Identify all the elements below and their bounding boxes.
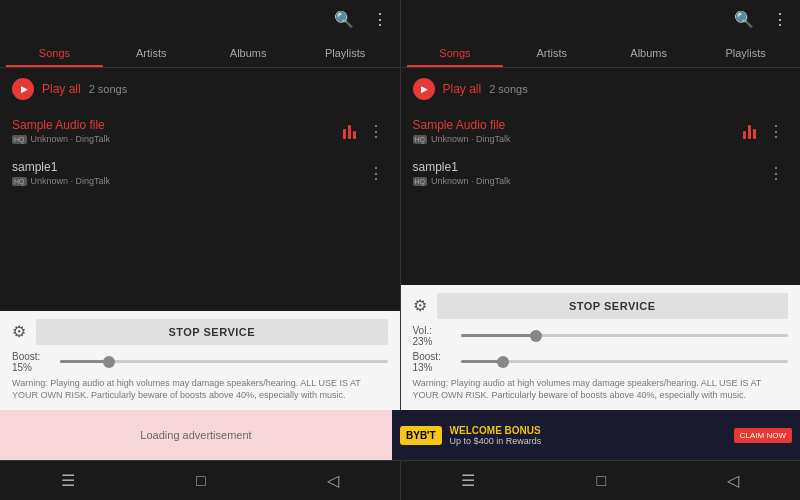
tab-artists-right[interactable]: Artists <box>503 39 600 67</box>
play-all-count-right: 2 songs <box>489 83 528 95</box>
song-info-2-right: sample1 HQ Unknown · DingTalk <box>413 160 765 186</box>
play-all-row-right: Play all 2 songs <box>401 68 801 110</box>
song-item-2-left[interactable]: sample1 HQ Unknown · DingTalk ⋮ <box>0 152 400 194</box>
tab-songs-left[interactable]: Songs <box>6 39 103 67</box>
boost-track-left[interactable] <box>60 360 388 363</box>
song-source-2-right: Unknown · DingTalk <box>431 176 511 186</box>
tab-artists-left[interactable]: Artists <box>103 39 200 67</box>
song-name-1-left: Sample Audio file <box>12 118 343 132</box>
stop-service-row-right: ⚙ STOP SERVICE <box>413 293 789 319</box>
song-list-right: Sample Audio file HQ Unknown · DingTalk … <box>401 110 801 197</box>
back-icon-right[interactable]: ◁ <box>727 471 739 490</box>
nav-bar: ☰ □ ◁ ☰ □ ◁ <box>0 460 800 500</box>
right-panel: 🔍 ⋮ Songs Artists Albums Playlists Play … <box>401 0 801 410</box>
gear-icon-left[interactable]: ⚙ <box>12 322 26 341</box>
gear-icon-right[interactable]: ⚙ <box>413 296 427 315</box>
nav-section-right: ☰ □ ◁ <box>401 460 801 500</box>
song-name-2-left: sample1 <box>12 160 364 174</box>
home-icon-left[interactable]: □ <box>196 472 206 490</box>
back-icon-left[interactable]: ◁ <box>327 471 339 490</box>
right-tab-bar: Songs Artists Albums Playlists <box>401 39 801 68</box>
hamburger-icon-left[interactable]: ☰ <box>61 471 75 490</box>
ad-bar: Loading advertisement BYB'T WELCOME BONU… <box>0 410 800 460</box>
boost-track-right[interactable] <box>461 360 789 363</box>
playing-bars-1-right <box>743 123 756 139</box>
song-list-left: Sample Audio file HQ Unknown · DingTalk … <box>0 110 400 210</box>
left-header: 🔍 ⋮ <box>0 0 400 39</box>
song-info-2-left: sample1 HQ Unknown · DingTalk <box>12 160 364 186</box>
home-icon-right[interactable]: □ <box>596 472 606 490</box>
song-meta-1-left: HQ Unknown · DingTalk <box>12 134 343 144</box>
song-info-1-right: Sample Audio file HQ Unknown · DingTalk <box>413 118 744 144</box>
ad-subtitle: Up to $400 in Rewards <box>450 436 726 446</box>
playing-bars-1-left <box>343 123 356 139</box>
ad-text: WELCOME BONUS Up to $400 in Rewards <box>450 425 726 446</box>
play-all-row-left: Play all 2 songs <box>0 68 400 110</box>
song-source-1-right: Unknown · DingTalk <box>431 134 511 144</box>
song-meta-1-right: HQ Unknown · DingTalk <box>413 134 744 144</box>
hq-badge-1-left: HQ <box>12 135 27 144</box>
search-icon-right[interactable]: 🔍 <box>732 8 756 31</box>
play-all-count-left: 2 songs <box>89 83 128 95</box>
ad-left: Loading advertisement <box>0 410 392 460</box>
stop-service-button-left[interactable]: STOP SERVICE <box>36 319 388 345</box>
song-source-1-left: Unknown · DingTalk <box>31 134 111 144</box>
stop-service-button-right[interactable]: STOP SERVICE <box>437 293 789 319</box>
song-item-2-right[interactable]: sample1 HQ Unknown · DingTalk ⋮ <box>401 152 801 194</box>
song-item-1-right[interactable]: Sample Audio file HQ Unknown · DingTalk … <box>401 110 801 152</box>
right-header: 🔍 ⋮ <box>401 0 801 39</box>
hamburger-icon-right[interactable]: ☰ <box>461 471 475 490</box>
song-more-btn-2-left[interactable]: ⋮ <box>364 164 388 183</box>
hq-badge-2-left: HQ <box>12 177 27 186</box>
song-source-2-left: Unknown · DingTalk <box>31 176 111 186</box>
vol-label-right: Vol.:23% <box>413 325 453 347</box>
more-options-icon[interactable]: ⋮ <box>370 8 390 31</box>
bottom-controls-right: ⚙ STOP SERVICE Vol.:23% Boost:13% Warn <box>401 285 801 410</box>
boost-slider-row-left: Boost:15% <box>12 351 388 373</box>
ad-claim-button[interactable]: CLAIM NOW <box>734 428 792 443</box>
song-meta-2-right: HQ Unknown · DingTalk <box>413 176 765 186</box>
hq-badge-2-right: HQ <box>413 177 428 186</box>
ad-logo: BYB'T <box>400 426 442 445</box>
tab-albums-left[interactable]: Albums <box>200 39 297 67</box>
nav-section-left: ☰ □ ◁ <box>0 460 400 500</box>
song-meta-2-left: HQ Unknown · DingTalk <box>12 176 364 186</box>
song-item-1-left[interactable]: Sample Audio file HQ Unknown · DingTalk … <box>0 110 400 152</box>
warning-text-right: Warning: Playing audio at high volumes m… <box>413 377 789 402</box>
tab-playlists-right[interactable]: Playlists <box>697 39 794 67</box>
boost-label-right: Boost:13% <box>413 351 453 373</box>
song-more-btn-1-left[interactable]: ⋮ <box>364 122 388 141</box>
left-panel: 🔍 ⋮ Songs Artists Albums Playlists Play … <box>0 0 401 410</box>
search-icon[interactable]: 🔍 <box>332 8 356 31</box>
song-name-1-right: Sample Audio file <box>413 118 744 132</box>
boost-label-left: Boost:15% <box>12 351 52 373</box>
song-controls-1-right: ⋮ <box>743 122 788 141</box>
ad-title: WELCOME BONUS <box>450 425 726 436</box>
play-all-button-right[interactable] <box>413 78 435 100</box>
song-controls-1-left: ⋮ <box>343 122 388 141</box>
vol-slider-row-right: Vol.:23% <box>413 325 789 347</box>
tab-playlists-left[interactable]: Playlists <box>297 39 394 67</box>
ad-loading-text: Loading advertisement <box>140 429 251 441</box>
more-options-icon-right[interactable]: ⋮ <box>770 8 790 31</box>
song-more-btn-2-right[interactable]: ⋮ <box>764 164 788 183</box>
ad-right[interactable]: BYB'T WELCOME BONUS Up to $400 in Reward… <box>392 410 800 460</box>
play-all-label-left: Play all <box>42 82 81 96</box>
boost-slider-row-right: Boost:13% <box>413 351 789 373</box>
song-controls-2-left: ⋮ <box>364 164 388 183</box>
play-all-label-right: Play all <box>443 82 482 96</box>
warning-text-left: Warning: Playing audio at high volumes m… <box>12 377 388 402</box>
tab-songs-right[interactable]: Songs <box>407 39 504 67</box>
play-all-button-left[interactable] <box>12 78 34 100</box>
bottom-controls-left: ⚙ STOP SERVICE Boost:15% Warning: Playin… <box>0 311 400 410</box>
stop-service-row-left: ⚙ STOP SERVICE <box>12 319 388 345</box>
song-controls-2-right: ⋮ <box>764 164 788 183</box>
vol-track-right[interactable] <box>461 334 789 337</box>
hq-badge-1-right: HQ <box>413 135 428 144</box>
song-name-2-right: sample1 <box>413 160 765 174</box>
song-info-1-left: Sample Audio file HQ Unknown · DingTalk <box>12 118 343 144</box>
tab-albums-right[interactable]: Albums <box>600 39 697 67</box>
left-tab-bar: Songs Artists Albums Playlists <box>0 39 400 68</box>
song-more-btn-1-right[interactable]: ⋮ <box>764 122 788 141</box>
